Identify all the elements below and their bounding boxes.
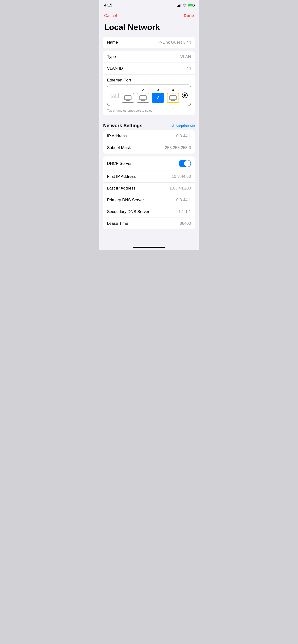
lease-time-value: 86400: [180, 221, 191, 226]
secondary-dns-value: 1.1.1.1: [179, 210, 191, 214]
home-indicator: [99, 242, 199, 250]
refresh-icon: ↺: [171, 124, 175, 128]
done-button[interactable]: Done: [184, 14, 194, 18]
network-settings-title: Network Settings: [103, 123, 142, 128]
subnet-mask-value: 255.255.255.0: [165, 146, 191, 150]
port-3-number: 3: [157, 88, 159, 92]
port-4-number: 4: [172, 88, 174, 92]
status-bar: 4:15 ⚡: [99, 0, 199, 10]
name-label: Name: [107, 40, 118, 45]
first-ip-row[interactable]: First IP Address 10.3.44.50: [103, 171, 195, 182]
network-settings-header: Network Settings ↺ Surprise Me: [103, 118, 195, 130]
status-icons: ⚡: [177, 3, 194, 7]
wifi-icon: [183, 3, 186, 7]
router-icon: [110, 92, 119, 99]
type-value: VLAN: [181, 54, 191, 59]
last-ip-value: 10.3.44.200: [169, 186, 191, 191]
last-ip-row[interactable]: Last IP Address 10.3.44.200: [103, 182, 195, 194]
last-ip-label: Last IP Address: [107, 186, 135, 191]
primary-dns-value: 10.3.44.1: [174, 198, 191, 202]
dhcp-server-toggle[interactable]: [179, 160, 191, 167]
page-title: Local Network: [104, 22, 194, 32]
status-time: 4:15: [104, 3, 112, 8]
svg-rect-1: [112, 94, 113, 96]
vlan-id-value: 44: [186, 66, 191, 71]
surprise-me-button[interactable]: ↺ Surprise Me: [171, 124, 195, 128]
port-2-icon[interactable]: [137, 93, 149, 103]
network-settings-card: IP Address 10.3.44.1 Subnet Mask 255.255…: [103, 130, 195, 154]
vlan-id-row[interactable]: VLAN ID 44: [103, 63, 195, 74]
svg-rect-5: [170, 96, 176, 100]
main-content: Cancel Done Local Network Name TP-Link G…: [99, 10, 199, 242]
dhcp-card: DHCP Server First IP Address 10.3.44.50 …: [103, 156, 195, 229]
nav-bar: Cancel Done: [99, 10, 199, 20]
vlan-id-label: VLAN ID: [107, 66, 123, 71]
subnet-mask-row[interactable]: Subnet Mask 255.255.255.0: [103, 142, 195, 154]
port-2-item[interactable]: 2: [137, 88, 149, 103]
svg-rect-0: [111, 93, 118, 98]
scroll-content: Name TP-Link Guest 3.44 Type VLAN VLAN I…: [99, 37, 199, 242]
port-3-item[interactable]: 3 ✓: [152, 88, 164, 103]
home-bar: [133, 247, 165, 248]
ip-address-value: 10.3.44.1: [174, 134, 191, 138]
signal-bars-icon: [177, 4, 181, 7]
subnet-mask-label: Subnet Mask: [107, 146, 131, 150]
port-1-icon[interactable]: [122, 93, 134, 103]
svg-rect-2: [114, 94, 115, 96]
surprise-me-label: Surprise Me: [175, 124, 195, 128]
port-1-item[interactable]: 1: [122, 88, 134, 103]
cancel-button[interactable]: Cancel: [104, 14, 117, 18]
page-title-section: Local Network: [99, 20, 199, 37]
ip-address-label: IP Address: [107, 134, 127, 138]
dhcp-server-row[interactable]: DHCP Server: [103, 156, 195, 171]
ethernet-port-label-row: Ethernet Port: [103, 74, 195, 84]
ethernet-hint: Tap on any ethernet port to select: [103, 108, 195, 115]
first-ip-label: First IP Address: [107, 174, 136, 179]
svg-rect-4: [140, 96, 146, 100]
ethernet-port-label: Ethernet Port: [107, 78, 131, 82]
toggle-knob: [184, 160, 191, 167]
type-label: Type: [107, 54, 116, 59]
ethernet-ports-selector[interactable]: 1 2: [107, 84, 191, 106]
port-3-icon[interactable]: ✓: [152, 93, 164, 103]
secondary-dns-label: Secondary DNS Server: [107, 210, 150, 214]
primary-dns-row[interactable]: Primary DNS Server 10.3.44.1: [103, 194, 195, 206]
port-2-number: 2: [142, 88, 144, 92]
port-3-checkmark: ✓: [156, 95, 160, 101]
secondary-dns-row[interactable]: Secondary DNS Server 1.1.1.1: [103, 206, 195, 218]
name-card: Name TP-Link Guest 3.44: [103, 37, 195, 48]
port-4-item[interactable]: 4: [167, 88, 179, 103]
dhcp-server-label: DHCP Server: [107, 161, 132, 166]
radio-button[interactable]: [182, 92, 188, 98]
battery-icon: ⚡: [188, 4, 194, 7]
port-1-number: 1: [127, 88, 129, 92]
name-row[interactable]: Name TP-Link Guest 3.44: [103, 37, 195, 48]
svg-rect-3: [124, 96, 131, 100]
type-row[interactable]: Type VLAN: [103, 51, 195, 63]
first-ip-value: 10.3.44.50: [172, 174, 191, 179]
port-4-icon[interactable]: [167, 93, 179, 103]
primary-dns-label: Primary DNS Server: [107, 198, 144, 202]
ip-address-row[interactable]: IP Address 10.3.44.1: [103, 130, 195, 142]
type-card: Type VLAN VLAN ID 44 Ethernet Port: [103, 51, 195, 115]
name-value: TP-Link Guest 3.44: [156, 40, 191, 45]
lease-time-row[interactable]: Lease Time 86400: [103, 218, 195, 229]
lease-time-label: Lease Time: [107, 221, 128, 226]
